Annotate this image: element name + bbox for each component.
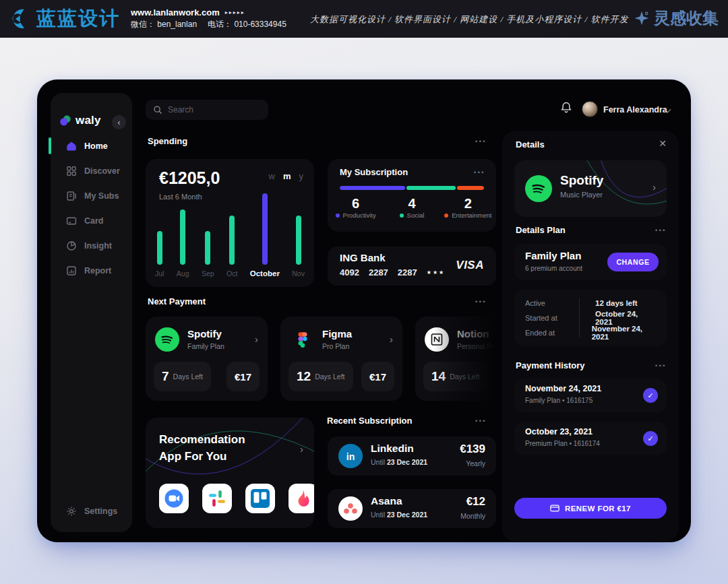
days-left-pill: 14 Days Left xyxy=(423,362,488,391)
my-subscription-title: My Subscription xyxy=(340,167,408,177)
bar-Aug: Aug xyxy=(177,209,189,278)
gear-icon xyxy=(66,506,77,517)
sidebar-collapse-button[interactable]: ‹ xyxy=(112,115,126,129)
stat-productivity: 6 Productivity xyxy=(328,195,384,219)
toggle-month[interactable]: m xyxy=(283,171,291,181)
top-banner: 蓝蓝设计 www.lanlanwork.com ▸▸▸▸▸ 微信： ben_la… xyxy=(0,0,728,38)
app-name: Notion xyxy=(457,328,489,339)
details-plan-more-icon[interactable]: ••• xyxy=(655,227,667,234)
zoom-app-icon[interactable] xyxy=(159,484,189,513)
sidebar-item-home[interactable]: Home xyxy=(51,133,132,158)
next-payment-figma-card[interactable]: Figma Pro Plan › 12 Days Left €17 xyxy=(280,317,402,401)
recent-linkedin-row[interactable]: in Linkedin Until 23 Dec 2021 €139 Yearl… xyxy=(328,436,496,476)
bank-card[interactable]: ING Bank 4092 2287 2287 ★★★ VISA xyxy=(328,247,496,286)
chevron-right-icon[interactable]: › xyxy=(390,333,393,345)
period-toggle: w m y xyxy=(269,171,303,181)
slack-app-icon[interactable] xyxy=(202,484,232,513)
subscription-more-icon[interactable]: ••• xyxy=(474,169,485,176)
tinder-app-icon[interactable] xyxy=(289,484,314,513)
paid-check-icon: ✓ xyxy=(643,431,658,446)
status-value: November 24, 2021 xyxy=(577,325,657,341)
sidebar-item-discover[interactable]: Discover xyxy=(51,158,132,183)
change-plan-button[interactable]: CHANGE xyxy=(607,253,659,271)
subscription-cycle: Monthly xyxy=(460,512,485,520)
close-icon[interactable]: ✕ xyxy=(659,138,667,149)
lanlan-logo-icon xyxy=(5,5,32,32)
app-name: Spotify xyxy=(187,328,222,339)
sidebar-item-report[interactable]: Report xyxy=(51,258,132,283)
app-name: Figma xyxy=(322,328,352,339)
details-app-card[interactable]: Spotify Music Player › xyxy=(514,160,667,217)
details-title: Details xyxy=(516,139,545,150)
days-left-pill: 12 Days Left xyxy=(289,362,353,391)
app-plan: Pro Plan xyxy=(322,342,349,350)
days-unit: Days Left xyxy=(450,372,479,381)
chevron-right-icon[interactable]: › xyxy=(255,333,258,345)
until-date: 23 Dec 2021 xyxy=(387,458,427,466)
bar-Oct: Oct xyxy=(226,216,237,278)
banner-website-link[interactable]: www.lanlanwork.com xyxy=(131,7,220,18)
card-number: 4092 2287 2287 ★★★ xyxy=(340,267,445,278)
sidebar-item-label: My Subs xyxy=(84,191,119,201)
price: €17 xyxy=(235,371,251,383)
brand-name: waly xyxy=(75,114,101,127)
paid-check-icon: ✓ xyxy=(643,388,658,403)
banner-phone: 电话： 010-63334945 xyxy=(208,19,286,30)
sidebar-item-settings[interactable]: Settings xyxy=(51,498,117,523)
toggle-week[interactable]: w xyxy=(269,171,275,181)
arrows-icon: ▸▸▸▸▸ xyxy=(225,9,245,15)
spotify-icon xyxy=(155,327,179,352)
trello-app-icon[interactable] xyxy=(245,484,275,513)
active-indicator xyxy=(49,137,51,154)
sidebar-item-insight[interactable]: Insight xyxy=(51,233,132,258)
svg-text:in: in xyxy=(346,451,355,462)
payment-history-row[interactable]: November 24, 2021 Family Plan • 1616175 … xyxy=(514,379,667,412)
tinder-icon xyxy=(289,484,314,513)
payment-history-row[interactable]: October 23, 2021 Premium Plan • 1616174 … xyxy=(514,422,667,455)
bar-chart-icon xyxy=(66,265,77,276)
notification-bell-icon[interactable] xyxy=(560,101,572,115)
price: €17 xyxy=(369,371,386,383)
chevron-right-icon[interactable]: › xyxy=(653,181,656,193)
recent-subscription-section-title: Recent Subscription xyxy=(327,416,412,426)
days-number: 12 xyxy=(297,369,311,384)
recent-asana-row[interactable]: Asana Until 23 Dec 2021 €12 Monthly xyxy=(328,489,496,528)
chevron-right-icon[interactable]: › xyxy=(300,443,303,455)
recommendation-card[interactable]: Recomendation App For You › xyxy=(146,418,314,528)
sidebar-item-card[interactable]: Card xyxy=(51,208,132,233)
recent-more-icon[interactable]: ••• xyxy=(475,418,487,424)
user-avatar[interactable] xyxy=(582,101,598,117)
grid-icon xyxy=(66,166,77,176)
days-left-pill: 7 Days Left xyxy=(154,362,211,391)
toggle-year[interactable]: y xyxy=(299,171,304,181)
details-app-type: Music Player xyxy=(560,191,603,199)
recommendation-title: Recomendation App For You xyxy=(159,431,245,465)
bar-Jul: Jul xyxy=(155,231,164,278)
subscription-segment-bar xyxy=(340,186,484,190)
sidebar-item-label: Report xyxy=(84,266,111,275)
subscription-until: Until 23 Dec 2021 xyxy=(371,511,427,519)
trello-icon xyxy=(245,484,275,513)
spending-amount: €1205,0 xyxy=(159,168,220,188)
subscription-price: €139 xyxy=(460,443,485,456)
plan-name: Family Plan xyxy=(525,250,581,261)
until-label: Until xyxy=(371,511,385,519)
search-bar[interactable] xyxy=(146,100,268,120)
subscription-stats: 6 Productivity 4 Social 2 Entertainment xyxy=(328,195,496,219)
figma-icon xyxy=(294,327,311,352)
payment-history-more-icon[interactable]: ••• xyxy=(655,362,667,369)
plan-card: Family Plan 6 premium account CHANGE xyxy=(514,244,667,280)
search-input[interactable] xyxy=(168,105,249,115)
history-desc: Family Plan • 1616175 xyxy=(525,397,593,404)
next-payment-spotify-card[interactable]: Spotify Family Plan › 7 Days Left €17 xyxy=(146,317,268,401)
credit-card-icon xyxy=(66,216,77,226)
renew-button[interactable]: RENEW FOR €17 xyxy=(514,498,667,519)
days-number: 14 xyxy=(431,369,446,384)
inspiration-collect-link[interactable]: 灵感收集 xyxy=(634,7,719,29)
sidebar-item-my-subs[interactable]: My Subs xyxy=(51,183,132,208)
stat-value: 2 xyxy=(464,195,472,212)
recommendation-title-line1: Recomendation xyxy=(159,431,245,448)
spending-more-icon[interactable]: ••• xyxy=(475,138,487,145)
next-payment-section-title: Next Payment xyxy=(148,296,206,306)
next-payment-more-icon[interactable]: ••• xyxy=(475,298,487,305)
